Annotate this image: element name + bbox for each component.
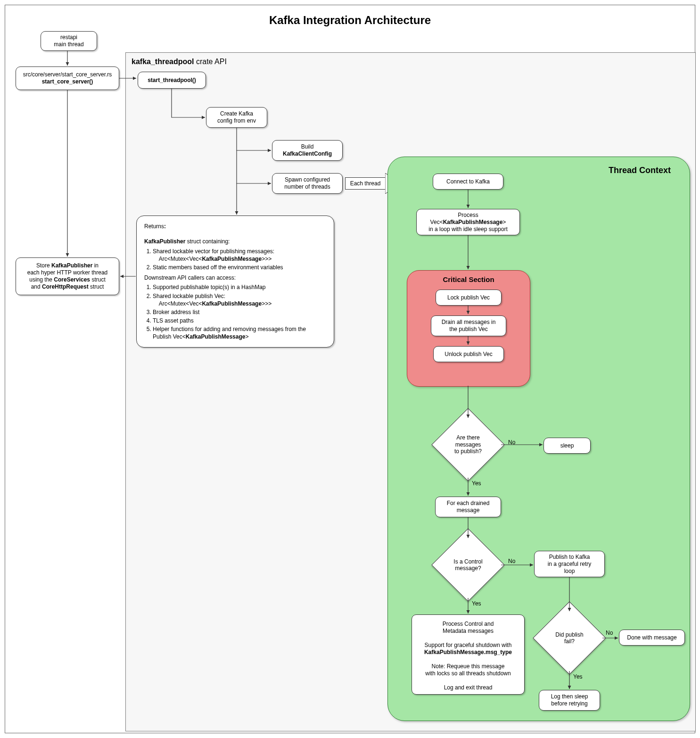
api-frame: kafka_threadpool crate API start_threadp… [125,52,696,731]
edge-label-no-2: No [508,558,515,564]
log-retry-box: Log then sleep before retrying [539,690,600,711]
downstream-item-1: Supported publishable topic(s) in a Hash… [153,283,326,291]
spawn-l2: number of threads [284,183,330,191]
start-core-server-box: src/core/server/start_core_server.rs sta… [16,66,119,90]
for-each-drained-box: For each drained message [435,497,501,517]
restapi-line1: restapi [60,34,77,41]
drain-l2: the publish Vec [449,326,487,333]
edge-label-yes-2: Yes [472,600,481,607]
store-line2: each hyper HTTP worker thread [27,269,108,276]
publish-l1: Publish to Kafka [549,554,590,561]
diagram-canvas: Kafka Integration Architecture restapi m… [0,0,700,738]
returns-kp: KafkaPublisher struct containing: [144,238,326,245]
log-retry-l2: before retrying [551,700,587,707]
lock-box: Lock publish Vec [436,290,502,306]
proc-l1: Process Control and [418,621,519,628]
start-core-fn: start_core_server() [42,78,93,85]
downstream-item-4: TLS asset paths [153,317,326,324]
connect-kafka-box: Connect to Kafka [433,174,503,190]
returns-item-2: Static members based off the environment… [153,264,326,271]
foreach-l1: For each drained [447,500,490,507]
create-cfg-l1: Create Kafka [220,110,253,117]
returns-label: Returns: [144,223,326,230]
store-kafkapublisher-box: Store KafkaPublisher in each hyper HTTP … [16,257,119,295]
sleep-box: sleep [544,438,591,454]
each-thread-label: Each thread [345,177,385,190]
critical-title: Critical Section [407,275,530,283]
start-core-path: src/core/server/start_core_server.rs [23,71,112,78]
proc-l2: Metadata messages [418,628,519,635]
store-line1: Store KafkaPublisher in [36,262,99,269]
drain-box: Drain all messages in the publish Vec [431,315,506,336]
returns-box: Returns: KafkaPublisher struct containin… [136,216,334,348]
downstream-item-2: Shared lockable publish Vec: Arc<Mutex<V… [153,292,326,307]
decision-publish-fail: Did publish fail? [544,612,595,664]
api-frame-title: kafka_threadpool crate API [132,58,227,66]
publish-kafka-box: Publish to Kafka in a graceful retry loo… [534,551,605,577]
process-loop-box: Process Vec<KafkaPublishMessage> in a lo… [416,209,520,235]
restapi-line2: main thread [54,41,83,48]
proc-kpm-mt: KafkaPublishMessage.msg_type [418,649,519,656]
build-l2: KafkaClientConfig [283,150,332,158]
critical-section: Critical Section Lock publish Vec Drain … [407,270,530,387]
thread-context: Thread Context Connect to Kafka Process … [387,157,690,721]
downstream-item-3: Broker address list [153,308,326,316]
create-cfg-l2: config from env [217,117,256,124]
spawn-l1: Spawn configured [285,176,330,183]
proc-l5: Note: Requeue this message [418,663,519,670]
proc-l3: Support for graceful shutdown with [418,642,519,649]
returns-list: Shared lockable vector for publishing me… [153,248,326,272]
done-box: Done with message [619,630,685,646]
downstream-list: Supported publishable topic(s) in a Hash… [153,283,326,340]
foreach-l2: message [457,507,480,514]
thread-context-title: Thread Context [609,166,671,175]
create-kafka-config-box: Create Kafka config from env [206,107,267,128]
downstream-item-5: Helper functions for adding and removing… [153,325,326,340]
edge-label-no-3: No [606,630,613,636]
proc-l7: Log and exit thread [418,684,519,691]
log-retry-l1: Log then sleep [551,693,588,700]
store-line4: and CoreHttpRequest struct [31,283,104,290]
process-control-box: Process Control and Metadata messages Su… [412,614,525,695]
publish-l2: in a graceful retry [548,561,592,568]
decision-messages: Are there messages to publish? [442,419,494,471]
diagram-title: Kafka Integration Architecture [5,14,695,27]
drain-l1: Drain all messages in [442,319,496,326]
unlock-box: Unlock publish Vec [433,346,504,362]
start-threadpool-box: start_threadpool() [138,72,206,89]
edge-label-yes-3: Yes [573,673,583,680]
edge-label-no-1: No [508,439,515,446]
store-line3: using the CoreServices struct [29,276,105,283]
build-l1: Build [301,143,314,150]
process-l3: in a loop with idle sleep support [428,226,507,233]
process-l2: Vec<KafkaPublishMessage> [430,219,506,226]
build-kafka-client-config-box: Build KafkaClientConfig [272,140,343,161]
restapi-main-thread-box: restapi main thread [41,31,97,51]
spawn-threads-box: Spawn configured number of threads [272,173,343,194]
decision-control: Is a Control message? [442,539,494,591]
publish-l3: loop [564,568,575,575]
outer-frame: Kafka Integration Architecture restapi m… [5,5,695,733]
proc-l6: with locks so all threads shutdown [418,670,519,677]
downstream-label: Downstream API callers can access: [144,274,326,282]
process-l1: Process [458,212,478,219]
returns-item-1: Shared lockable vector for publishing me… [153,248,326,263]
edge-label-yes-1: Yes [472,480,481,487]
